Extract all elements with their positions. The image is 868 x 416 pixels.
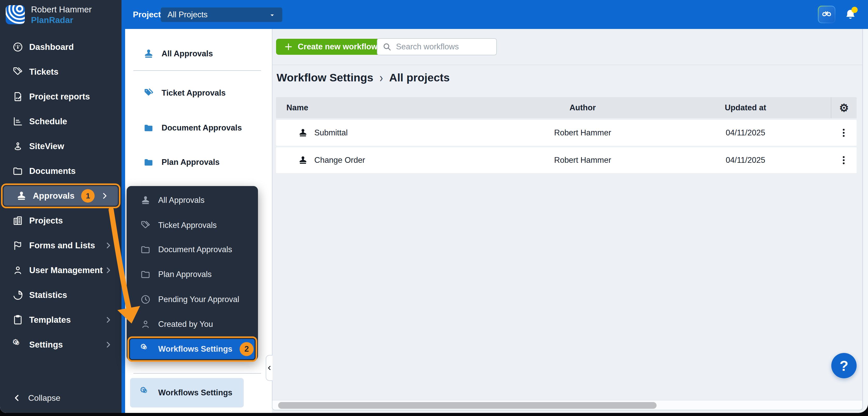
sidebar-item-documents[interactable]: Documents — [0, 159, 122, 184]
table-row[interactable]: Change OrderRobert Hammer04/11/2025 — [276, 147, 857, 173]
flyout-item-label: Pending Your Approval — [158, 295, 239, 304]
caret-down-icon — [269, 11, 276, 18]
flyout-item-label: Plan Approvals — [158, 270, 212, 279]
sidebar-collapse-button[interactable]: Collapse — [0, 389, 122, 407]
sidebar-item-templates[interactable]: Templates — [0, 308, 122, 332]
breadcrumb-separator-icon: › — [379, 70, 383, 85]
folder-fill-icon — [143, 157, 154, 168]
panel-divider — [133, 70, 261, 71]
tag-fill-icon — [143, 87, 154, 99]
sidebar-item-label: Documents — [29, 166, 76, 176]
panel-item-document-approvals[interactable]: Document Approvals — [125, 118, 272, 138]
create-workflow-label: Create new workflow — [298, 42, 377, 52]
brand-name: PlanRadar — [31, 15, 92, 25]
vertical-scrollbar-gutter — [863, 29, 868, 410]
panel-item-label: Ticket Approvals — [161, 88, 226, 98]
content-divider — [273, 65, 862, 65]
panel-item-label: Document Approvals — [161, 123, 242, 133]
sidebar-item-label: Approvals — [33, 191, 74, 201]
panel-item-all-approvals[interactable]: All Approvals — [125, 43, 272, 64]
project-selector[interactable]: All Projects — [161, 7, 282, 22]
sidebar-item-projects[interactable]: Projects — [0, 208, 122, 233]
search-icon — [382, 42, 391, 51]
panel-item-workflows-settings-selected[interactable]: ⚙⚙ Workflows Settings — [130, 378, 244, 408]
sidebar-item-label: Tickets — [29, 67, 58, 77]
stamp-icon — [140, 195, 151, 206]
flyout-item-pending-your-approval[interactable]: Pending Your Approval — [127, 289, 258, 310]
project-label: Project — [133, 0, 161, 29]
sidebar-item-approvals[interactable]: Approvals1 — [4, 186, 118, 206]
chevron-left-icon — [12, 393, 22, 403]
sidebar-item-schedule[interactable]: Schedule — [0, 109, 122, 134]
clipboard-icon — [12, 314, 24, 326]
sidebar-item-project-reports[interactable]: Project reports — [0, 84, 122, 109]
folder-icon — [12, 165, 24, 177]
schedule-icon — [12, 116, 24, 127]
screen: Project All Projects — [0, 0, 868, 416]
clock-icon — [140, 294, 151, 305]
sidebar-item-dashboard[interactable]: Dashboard — [0, 35, 122, 59]
tag-icon — [140, 220, 151, 231]
panel-collapse-handle[interactable] — [266, 355, 273, 381]
kebab-menu-icon[interactable] — [838, 155, 849, 166]
panel-item-label: Plan Approvals — [161, 158, 220, 167]
flyout-item-created-by-you[interactable]: Created by You — [127, 314, 258, 334]
gauge-icon — [12, 41, 24, 53]
project-selector-value: All Projects — [167, 10, 208, 20]
approvals-flyout-menu: All ApprovalsTicket ApprovalsDocument Ap… — [127, 186, 258, 361]
flyout-item-all-approvals[interactable]: All Approvals — [127, 190, 258, 211]
workflow-name: Submittal — [314, 128, 348, 137]
panel-item-plan-approvals[interactable]: Plan Approvals — [125, 152, 272, 172]
sidebar-item-statistics[interactable]: Statistics — [0, 283, 122, 308]
sidebar-item-forms-and-lists[interactable]: Forms and Lists — [0, 233, 122, 258]
sidebar-item-label: Templates — [29, 315, 71, 325]
chevron-right-icon — [104, 241, 113, 250]
user-box[interactable]: Robert Hammer PlanRadar — [6, 4, 92, 26]
notifications-bell-icon[interactable] — [844, 8, 857, 21]
flyout-item-workflows-settings[interactable]: ⚙⚙Workflows Settings2 — [130, 339, 255, 359]
chevron-left-icon — [266, 364, 273, 371]
name-cell: Submittal — [276, 128, 505, 138]
folder-icon — [140, 244, 151, 255]
folder-fill-icon — [143, 122, 154, 134]
workflows-table: Name Author Updated at ⚙ SubmittalRobert… — [276, 97, 857, 173]
create-workflow-button[interactable]: Create new workflow — [276, 39, 385, 55]
app-switcher-button[interactable] — [818, 6, 835, 23]
sidebar-item-label: Projects — [29, 216, 63, 226]
report-icon — [12, 91, 24, 102]
main-content: Create new workflow Workflow Settings › … — [272, 29, 863, 410]
breadcrumb: Workflow Settings › All projects — [277, 71, 450, 84]
stamp-icon — [16, 190, 27, 201]
flyout-item-plan-approvals[interactable]: Plan Approvals — [127, 264, 258, 285]
table-settings-gear-icon[interactable]: ⚙ — [831, 97, 857, 118]
sidebar-item-label: Dashboard — [29, 42, 74, 52]
building-icon — [12, 215, 24, 226]
sidebar-item-label: Project reports — [29, 92, 90, 101]
breadcrumb-section[interactable]: Workflow Settings — [277, 71, 373, 84]
panel-item-label: Workflows Settings — [158, 388, 232, 397]
kebab-menu-icon[interactable] — [838, 127, 849, 138]
app-window: Project All Projects — [0, 0, 868, 413]
horizontal-scrollbar — [273, 400, 862, 410]
author-cell: Robert Hammer — [505, 128, 660, 137]
table-row[interactable]: SubmittalRobert Hammer04/11/2025 — [276, 120, 857, 146]
flyout-item-ticket-approvals[interactable]: Ticket Approvals — [127, 215, 258, 236]
horizontal-scrollbar-thumb[interactable] — [278, 402, 656, 409]
gears-icon: ⚙⚙ — [140, 387, 152, 399]
flyout-item-label: Ticket Approvals — [158, 221, 217, 230]
sidebar-item-user-management[interactable]: User Management — [0, 258, 122, 283]
flyout-item-document-approvals[interactable]: Document Approvals — [127, 239, 258, 260]
column-header-author: Author — [505, 103, 660, 113]
search-input[interactable] — [396, 42, 491, 52]
stamp-icon — [298, 155, 308, 165]
sidebar-item-settings[interactable]: ⚙⚙Settings — [0, 332, 122, 357]
author-cell: Robert Hammer — [505, 156, 660, 165]
panel-divider — [133, 373, 261, 374]
annotation-step-badge: 2 — [240, 342, 254, 356]
sidebar-item-tickets[interactable]: Tickets — [0, 59, 122, 84]
help-button[interactable]: ? — [831, 353, 857, 378]
panel-item-ticket-approvals[interactable]: Ticket Approvals — [125, 83, 272, 103]
sidebar-item-label: User Management — [29, 265, 103, 275]
sidebar-item-siteview[interactable]: SiteView — [0, 134, 122, 159]
chevron-right-icon — [104, 340, 113, 349]
